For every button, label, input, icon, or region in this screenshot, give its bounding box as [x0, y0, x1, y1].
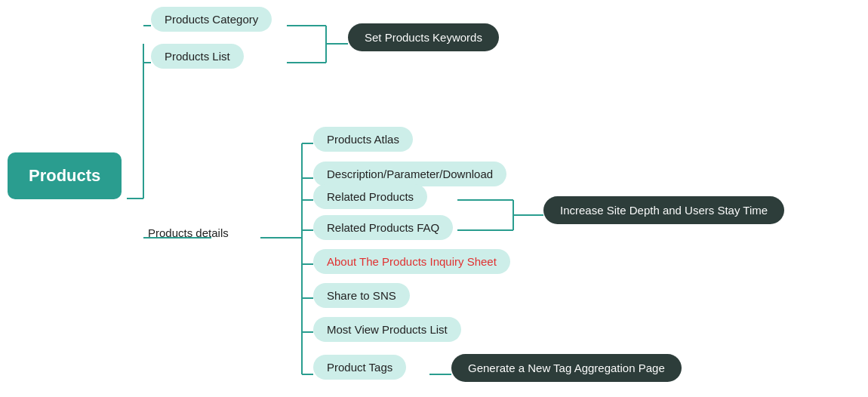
mindmap-container: Products Products Category Products List…: [0, 0, 868, 397]
root-node: Products: [8, 152, 122, 199]
most-view-node: Most View Products List: [313, 317, 461, 342]
products-list-node: Products List: [151, 44, 244, 69]
set-keywords-node: Set Products Keywords: [348, 23, 499, 51]
related-products-faq-node: Related Products FAQ: [313, 215, 453, 240]
products-atlas-node: Products Atlas: [313, 127, 413, 152]
increase-depth-node: Increase Site Depth and Users Stay Time: [543, 196, 784, 224]
generate-tag-node: Generate a New Tag Aggregation Page: [451, 354, 682, 382]
inquiry-sheet-node: About The Products Inquiry Sheet: [313, 249, 510, 274]
description-node: Description/Parameter/Download: [313, 162, 506, 186]
products-category-node: Products Category: [151, 7, 272, 32]
related-products-node: Related Products: [313, 184, 427, 209]
products-details-node: Products details: [148, 226, 229, 239]
share-sns-node: Share to SNS: [313, 283, 410, 308]
product-tags-node: Product Tags: [313, 355, 406, 380]
